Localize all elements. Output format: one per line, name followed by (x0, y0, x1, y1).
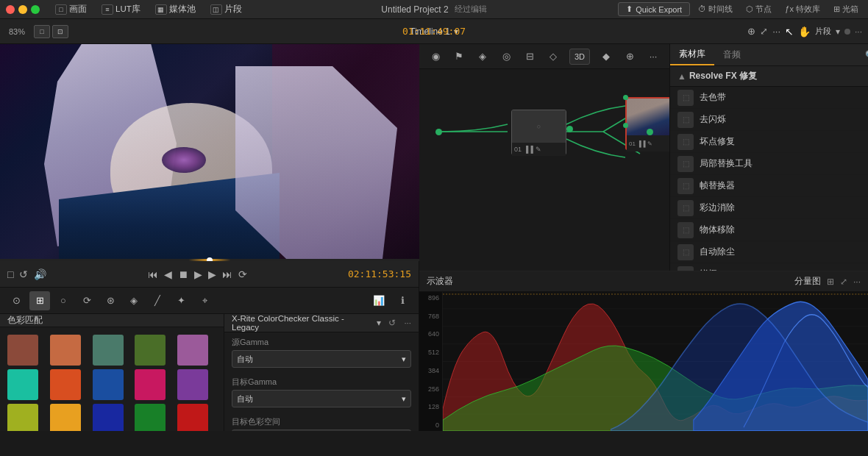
color-swatch-10[interactable] (7, 404, 38, 431)
fit-icon[interactable]: ⤢ (760, 26, 768, 37)
fx-item-3[interactable]: ⬚ 局部替换工具 ★ (670, 153, 868, 175)
color-swatch-9[interactable] (177, 369, 208, 400)
color-swatch-11[interactable] (50, 404, 81, 431)
color-swatch-14[interactable] (177, 404, 208, 431)
menu-item-canvas[interactable]: □ 画面 (50, 2, 92, 16)
tag-icon[interactable]: ◎ (496, 47, 516, 66)
close-button[interactable] (6, 5, 15, 14)
person-icon[interactable]: ⊛ (100, 291, 121, 310)
key-icon[interactable]: ⌖ (194, 291, 215, 310)
nav-timeline[interactable]: ⏱ 时间线 (694, 2, 736, 16)
menu-item-mediapool[interactable]: ▦ 媒体池 (150, 2, 201, 16)
source-clip-icon[interactable]: ◉ (425, 47, 446, 66)
color-swatch-3[interactable] (135, 335, 166, 366)
fx-item-4[interactable]: ⬚ 帧替换器 (670, 175, 868, 197)
repeat-icon[interactable]: ⟳ (238, 268, 247, 280)
nav-lightbox[interactable]: ⊞ 光箱 (830, 2, 862, 16)
grid-icon[interactable]: ⊞ (29, 291, 50, 310)
color-swatch-13[interactable] (135, 404, 166, 431)
scope-label-0: 896 (421, 294, 441, 302)
quick-export-button[interactable]: ⬆ Quick Export (618, 2, 690, 16)
viewer-mode-btn[interactable]: □ (34, 25, 50, 38)
view-options-icon[interactable]: □ (7, 268, 13, 280)
comp-icon[interactable]: ◇ (543, 47, 563, 66)
scope-label-2: 640 (421, 330, 441, 338)
blur-icon[interactable]: ✦ (171, 291, 191, 310)
chevron-up-icon[interactable]: ▲ (677, 71, 686, 82)
menu-item-lut[interactable]: ≡ LUT库 (96, 2, 146, 16)
skip-start-icon[interactable]: ⏮ (148, 268, 158, 280)
alpha-icon[interactable]: ◈ (472, 47, 493, 66)
flag-icon[interactable]: ⚑ (449, 47, 469, 66)
node-box-main[interactable]: ○ 01 ▐▐ ✎ (511, 110, 566, 155)
viewer-scale-btn[interactable]: ⊡ (52, 25, 68, 38)
mediapool-icon: ▦ (155, 4, 167, 15)
fx-item-8[interactable]: ⬚ 锐振 (670, 263, 868, 271)
cursor-tool[interactable]: ↖ (785, 26, 794, 38)
brush-icon[interactable]: ╱ (147, 291, 168, 310)
play-icon[interactable]: ▶ (194, 268, 202, 280)
scope-icon[interactable]: 📊 (369, 291, 389, 310)
color-picker-icon[interactable]: ⊕ (747, 26, 755, 37)
nav-node[interactable]: ⬡ 节点 (742, 2, 775, 16)
scope-grid-icon[interactable]: ⊞ (827, 277, 834, 287)
color-swatch-12[interactable] (93, 404, 124, 431)
tab-asset-library[interactable]: 素材库 (670, 44, 714, 65)
node-layer-icon[interactable]: ⊟ (519, 47, 540, 66)
stop-icon[interactable]: ⏹ (178, 268, 188, 280)
fx-search-icon[interactable]: 🔍 (865, 50, 868, 60)
fx-item-0[interactable]: ⬚ 去色带 (670, 87, 868, 109)
menu-item-clips[interactable]: ◫ 片段 (205, 2, 247, 16)
source-gamma-select[interactable]: 自动 ▾ (232, 350, 411, 368)
fx-item-7[interactable]: ⬚ 自动除尘 ★ (670, 241, 868, 263)
target-colorspace-group: 目标色彩空间 自动 ▾ (224, 412, 419, 431)
fx-item-2[interactable]: ⬚ 坏点修复 ★ (670, 131, 868, 153)
main-content: □ ↺ 🔊 ⏮ ◀ ⏹ ▶ ▶ ⏭ ⟳ 02:11:53:15 ⊙ ⊞ ○ ⟳ … (0, 44, 868, 431)
hand-tool[interactable]: ✋ (798, 26, 811, 38)
circle-icon[interactable]: ○ (53, 291, 74, 310)
color-swatch-6[interactable] (50, 369, 81, 400)
info-icon[interactable]: ℹ (392, 291, 413, 310)
node-box-selected[interactable]: 01 ▐▐ ✎ (625, 97, 669, 150)
target-gamma-select[interactable]: 自动 ▾ (232, 390, 411, 407)
magic-mask-icon[interactable]: ◈ (124, 291, 144, 310)
more-btn[interactable]: ··· (855, 26, 862, 37)
color-swatch-4[interactable] (177, 335, 208, 366)
prev-frame-icon[interactable]: ◀ (164, 268, 172, 280)
chevron-icon: ▾ (402, 355, 406, 364)
video-preview[interactable] (0, 44, 419, 261)
chevron-down-icon2[interactable]: ▾ (836, 26, 840, 37)
color-swatch-7[interactable] (93, 369, 124, 400)
tracker-icon[interactable]: ⊕ (619, 47, 640, 66)
color-swatch-0[interactable] (7, 335, 38, 366)
color-swatch-2[interactable] (93, 335, 124, 366)
more-node-icon[interactable]: ··· (643, 47, 664, 66)
curve-icon[interactable]: ⟳ (77, 291, 97, 310)
3d-toggle[interactable]: 3D (569, 49, 590, 65)
chevron-down-icon3[interactable]: ▾ (377, 318, 381, 328)
viewer-right-controls: ⊕ ⤢ ··· ↖ ✋ 片段 ▾ ··· (747, 26, 862, 38)
maximize-button[interactable] (31, 5, 40, 14)
audio-icon[interactable]: 🔊 (34, 268, 46, 280)
fx-item-1[interactable]: ⬚ 去闪烁 (670, 109, 868, 131)
tab-audio[interactable]: 音频 (714, 44, 750, 65)
color-wheel-icon[interactable]: ⊙ (6, 291, 26, 310)
fx-item-5[interactable]: ⬚ 彩边消除 (670, 197, 868, 219)
minimize-button[interactable] (18, 5, 27, 14)
color-swatch-1[interactable] (50, 335, 81, 366)
fx-item-6[interactable]: ⬚ 物体移除 (670, 219, 868, 241)
reset-icon[interactable]: ↺ (388, 318, 396, 328)
progress-indicator[interactable] (207, 257, 213, 261)
color-swatch-8[interactable] (135, 369, 166, 400)
loop-icon[interactable]: ↺ (19, 268, 28, 280)
scope-more-icon[interactable]: ··· (853, 277, 861, 287)
color-swatch-5[interactable] (7, 369, 38, 400)
target-colorspace-select[interactable]: 自动 ▾ (232, 430, 411, 431)
next-frame-icon[interactable]: ▶ (208, 268, 216, 280)
paint-icon[interactable]: ◆ (596, 47, 616, 66)
nav-fx[interactable]: ƒx 特效库 (781, 2, 824, 16)
more-options-icon[interactable]: ··· (772, 26, 780, 37)
skip-end-icon[interactable]: ⏭ (222, 268, 232, 280)
scope-fit-icon[interactable]: ⤢ (840, 277, 847, 287)
more-options-btn2[interactable]: ··· (404, 318, 411, 327)
